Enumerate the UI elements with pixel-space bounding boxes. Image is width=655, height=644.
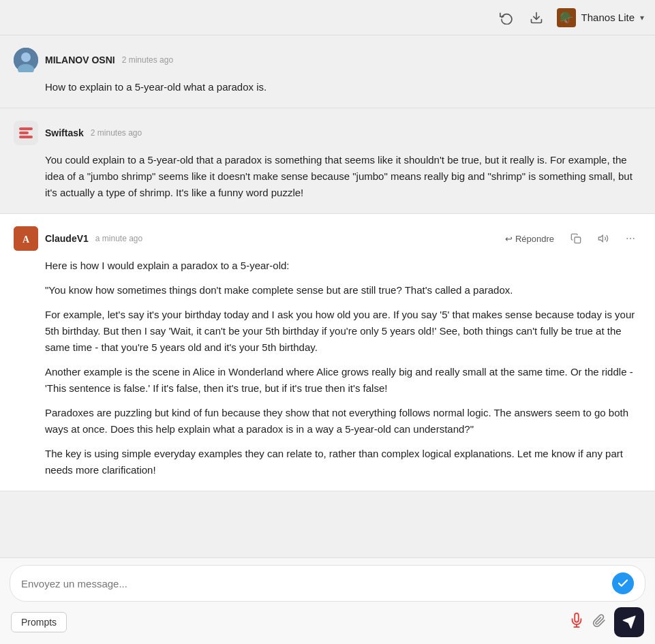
svg-point-12 [626,238,628,239]
svg-marker-11 [598,235,603,241]
reply-arrow-icon: ↩ [505,234,513,244]
claude-timestamp: a minute ago [95,234,142,243]
model-selector[interactable]: 🪖 Thanos Lite ▾ [557,8,644,27]
send-icon [622,615,637,630]
claude-message-block: A ClaudeV1 a minute ago ↩ Répondre [0,214,655,491]
user-message-content: How to explain to a 5-year-old what a pa… [14,79,641,95]
send-button[interactable] [614,607,644,637]
swiftask-timestamp: 2 minutes ago [91,128,142,138]
claude-para-1: "You know how sometimes things don't mak… [45,282,641,298]
copy-icon [570,233,581,244]
user-message-text: How to explain to a 5-year-old what a pa… [45,79,641,95]
swiftask-message-block: Swiftask 2 minutes ago You could explain… [0,108,655,214]
more-icon [625,233,636,244]
swiftask-sender-name: Swiftask [45,127,84,138]
claude-sender-name: ClaudeV1 [45,233,89,244]
swiftask-message-content: You could explain to a 5-year-old that a… [14,152,641,201]
user-message-header: MILANOV OSNI 2 minutes ago [14,48,641,72]
svg-rect-7 [19,136,33,138]
top-header: 🪖 Thanos Lite ▾ [0,0,655,35]
microphone-icon[interactable] [569,613,584,632]
reply-label: Répondre [515,234,554,244]
message-input[interactable] [21,578,607,589]
download-icon[interactable] [527,8,546,27]
claude-para-0: Here is how I would explain a paradox to… [45,258,641,274]
input-check-icon[interactable] [612,572,634,594]
input-area: Prompts [0,557,655,644]
claude-message-actions: ↩ Répondre [500,230,641,247]
swiftask-message-header: Swiftask 2 minutes ago [14,121,641,145]
svg-rect-6 [19,132,29,134]
model-avatar: 🪖 [557,8,576,27]
model-name: Thanos Lite [581,12,635,23]
reply-button[interactable]: ↩ Répondre [500,231,560,247]
svg-rect-5 [19,127,33,130]
claude-message-header: A ClaudeV1 a minute ago ↩ Répondre [14,226,641,251]
toolbar-icons [569,607,644,637]
swiftask-avatar [14,121,38,145]
claude-para-3: Another example is the scene in Alice in… [45,364,641,397]
claude-para-4: Paradoxes are puzzling but kind of fun b… [45,405,641,438]
user-sender-name: MILANOV OSNI [45,55,115,65]
refresh-icon[interactable] [497,8,516,27]
attach-icon[interactable] [592,614,606,631]
chevron-down-icon: ▾ [640,13,644,22]
chat-area: MILANOV OSNI 2 minutes ago How to explai… [0,35,655,557]
svg-point-13 [630,238,631,239]
svg-rect-10 [575,237,581,243]
user-avatar [14,48,38,72]
toolbar-row: Prompts [10,607,645,637]
svg-point-14 [633,238,635,239]
speaker-icon [598,233,609,244]
svg-text:A: A [22,234,30,245]
swiftask-message-text: You could explain to a 5-year-old that a… [45,152,641,201]
svg-point-2 [21,52,31,62]
speaker-button[interactable] [592,230,614,247]
input-row [10,565,645,602]
user-message-block: MILANOV OSNI 2 minutes ago How to explai… [0,35,655,108]
claude-para-2: For example, let's say it's your birthda… [45,307,641,356]
user-timestamp: 2 minutes ago [122,55,173,65]
claude-para-5: The key is using simple everyday example… [45,446,641,478]
copy-button[interactable] [565,230,587,247]
prompts-button[interactable]: Prompts [11,612,67,632]
claude-avatar: A [14,226,38,251]
claude-message-content: Here is how I would explain a paradox to… [14,258,641,478]
more-button[interactable] [620,230,641,247]
